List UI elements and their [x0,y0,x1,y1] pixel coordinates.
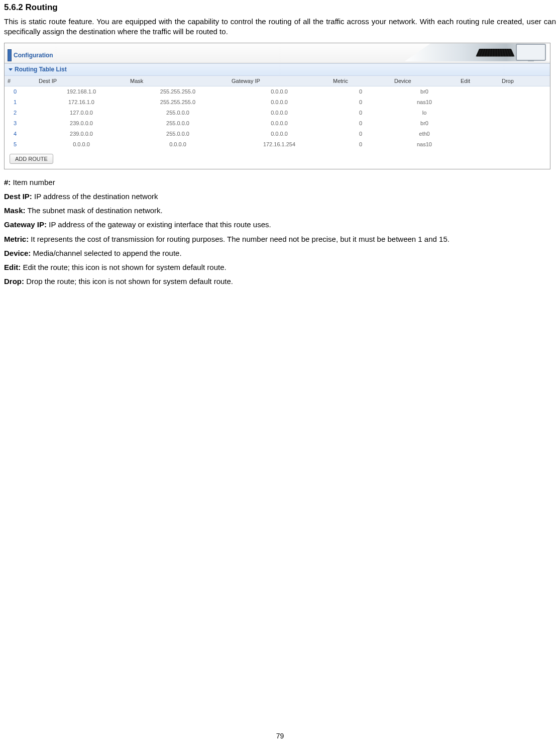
definition-term: Drop: [4,277,24,286]
cell-mask: 255.0.0.0 [127,118,229,129]
col-device: Device [391,76,458,86]
cell-destip: 239.0.0.0 [36,129,127,139]
cell-mask: 255.255.255.0 [127,86,229,97]
cell-destip: 192.168.1.0 [36,86,127,97]
definition-item: Edit: Edit the route; this icon is not s… [4,262,556,272]
cell-gw: 0.0.0.0 [229,118,330,129]
config-header: Configuration [5,43,550,63]
col-drop: Drop [499,76,550,86]
cell-num: 4 [5,129,36,139]
cell-edit [458,97,499,108]
definition-desc: Edit the route; this icon is not shown f… [21,263,226,271]
cell-gw: 0.0.0.0 [229,97,330,108]
cell-metric: 0 [330,129,391,139]
definition-item: Device: Media/channel selected to append… [4,248,556,258]
routing-table-section-bar[interactable]: Routing Table List [5,63,550,75]
cell-gw: 0.0.0.0 [229,86,330,97]
table-row: 4239.0.0.0255.0.0.00.0.0.00eth0 [5,129,550,139]
definition-term: Gateway IP: [4,220,47,229]
cell-drop [499,97,550,108]
definition-term: Dest IP: [4,192,32,201]
definition-term: #: [4,178,11,186]
definition-item: Dest IP: IP address of the destination n… [4,192,556,202]
cell-destip: 127.0.0.0 [36,108,127,118]
cell-mask: 255.255.255.0 [127,97,229,108]
keyboard-icon [476,49,515,57]
definition-item: Drop: Drop the route; this icon is not s… [4,276,556,287]
cell-metric: 0 [330,97,391,108]
cell-num: 2 [5,108,36,118]
config-bar-icon [8,49,12,61]
definition-term: Metric: [4,235,29,243]
config-tab[interactable]: Configuration [8,49,53,61]
chevron-down-icon [9,68,13,71]
cell-destip: 239.0.0.0 [36,118,127,129]
intro-paragraph: This is static route feature. You are eq… [4,17,556,37]
routing-table-label: Routing Table List [15,65,67,73]
cell-num: 5 [5,139,36,150]
cell-device: nas10 [391,97,458,108]
routing-table: # Dest IP Mask Gateway IP Metric Device … [5,76,550,150]
col-destip: Dest IP [36,76,127,86]
config-label: Configuration [14,51,53,59]
section-title-text: Routing [26,3,58,12]
definition-desc: Media/channel selected to append the rou… [31,249,181,257]
definition-item: #: Item number [4,177,556,188]
cell-metric: 0 [330,108,391,118]
cell-device: br0 [391,118,458,129]
button-row: ADD ROUTE [5,150,550,169]
routing-screenshot: Configuration Routing Table List # Dest … [4,43,550,169]
definition-desc: Item number [11,178,55,186]
definition-desc: IP address of the destination network [32,192,158,201]
cell-mask: 255.0.0.0 [127,129,229,139]
definition-term: Edit: [4,263,21,271]
cell-metric: 0 [330,139,391,150]
cell-destip: 0.0.0.0 [36,139,127,150]
monitor-icon [516,44,546,61]
cell-destip: 172.16.1.0 [36,97,127,108]
add-route-button[interactable]: ADD ROUTE [10,154,53,164]
cell-edit [458,86,499,97]
cell-gw: 0.0.0.0 [229,129,330,139]
cell-edit [458,108,499,118]
definition-desc: The subnet mask of destination network. [26,206,163,215]
cell-device: br0 [391,86,458,97]
definition-desc: Drop the route; this icon is not shown f… [24,277,233,286]
col-num: # [5,76,36,86]
table-row: 0192.168.1.0255.255.255.00.0.0.00br0 [5,86,550,97]
col-metric: Metric [330,76,391,86]
cell-drop [499,129,550,139]
col-mask: Mask [127,76,229,86]
definition-term: Device: [4,249,31,257]
cell-drop [499,108,550,118]
definition-term: Mask: [4,206,26,215]
section-heading: 5.6.2 Routing [4,2,556,14]
col-edit: Edit [458,76,499,86]
cell-mask: 0.0.0.0 [127,139,229,150]
cell-metric: 0 [330,118,391,129]
definitions-list: #: Item numberDest IP: IP address of the… [4,177,556,287]
cell-metric: 0 [330,86,391,97]
page-number: 79 [4,731,556,741]
cell-device: nas10 [391,139,458,150]
table-row: 50.0.0.00.0.0.0172.16.1.2540nas10 [5,139,550,150]
cell-device: eth0 [391,129,458,139]
cell-device: lo [391,108,458,118]
table-row: 2127.0.0.0255.0.0.00.0.0.00lo [5,108,550,118]
definition-item: Mask: The subnet mask of destination net… [4,206,556,216]
cell-edit [458,118,499,129]
cell-drop [499,139,550,150]
definition-item: Metric: It represents the cost of transm… [4,234,556,244]
cell-gw: 0.0.0.0 [229,108,330,118]
definition-item: Gateway IP: IP address of the gateway or… [4,220,556,230]
table-header-row: # Dest IP Mask Gateway IP Metric Device … [5,76,550,86]
definition-desc: IP address of the gateway or existing in… [47,220,271,229]
cell-drop [499,118,550,129]
cell-edit [458,139,499,150]
definition-desc: It represents the cost of transmission f… [29,235,450,243]
table-row: 1172.16.1.0255.255.255.00.0.0.00nas10 [5,97,550,108]
cell-num: 1 [5,97,36,108]
table-row: 3239.0.0.0255.0.0.00.0.0.00br0 [5,118,550,129]
section-number: 5.6.2 [4,3,23,12]
cell-mask: 255.0.0.0 [127,108,229,118]
